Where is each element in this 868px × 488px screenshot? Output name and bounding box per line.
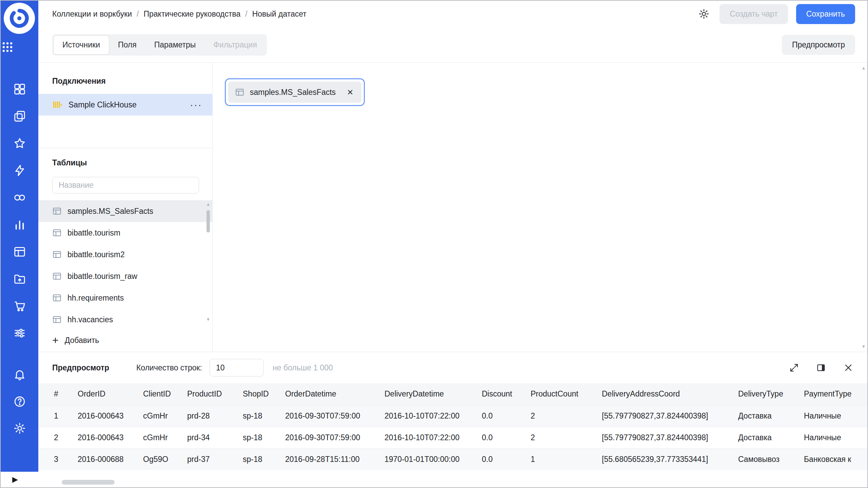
column-header: ClientID xyxy=(143,383,187,405)
tables-list: samples.MS_SalesFactsbibattle.tourismbib… xyxy=(38,200,212,330)
table-search-input[interactable] xyxy=(52,177,199,194)
table-cell: prd-37 xyxy=(187,448,243,470)
tab-item[interactable]: Параметры xyxy=(145,35,205,55)
table-list-item[interactable]: hh.requirements xyxy=(38,287,212,309)
preview-actions xyxy=(788,362,854,374)
files-folder-icon[interactable] xyxy=(13,272,26,286)
row-count-hint: не больше 1 000 xyxy=(273,363,333,372)
table-list-item[interactable]: hh.vacancies xyxy=(38,309,212,330)
table-name: hh.vacancies xyxy=(67,315,113,324)
row-count-input[interactable] xyxy=(210,359,264,377)
top-actions: Создать чарт Сохранить xyxy=(696,4,855,24)
table-cell: 0.0 xyxy=(482,427,531,448)
chip-close-icon[interactable]: × xyxy=(347,87,353,97)
table-cell: cGmHr xyxy=(143,427,187,448)
left-nav: ▶ xyxy=(1,1,38,487)
plus-icon: + xyxy=(52,335,59,345)
column-header: PaymentType xyxy=(804,383,868,405)
nav-icons xyxy=(1,82,38,340)
divider xyxy=(38,148,212,148)
connections-bolt-icon[interactable] xyxy=(13,164,26,177)
column-header: OrderDatetime xyxy=(285,383,384,405)
table-name: bibattle.tourism_raw xyxy=(67,272,137,281)
favorites-star-icon[interactable] xyxy=(13,137,26,150)
table-list-item[interactable]: samples.MS_SalesFacts xyxy=(38,200,212,222)
table-cell: Og59O xyxy=(143,448,187,470)
table-name: samples.MS_SalesFacts xyxy=(67,207,153,216)
table-row: 12016-000643cGmHrprd-28sp-182016-09-30T0… xyxy=(38,405,868,427)
breadcrumb-item[interactable]: Практические руководства xyxy=(143,9,240,19)
table-cell: 2 xyxy=(531,427,602,448)
close-icon[interactable] xyxy=(842,362,854,374)
column-header: # xyxy=(38,383,78,405)
breadcrumb: Коллекции и воркбуки/Практические руково… xyxy=(52,9,307,19)
breadcrumb-item[interactable]: Новый датасет xyxy=(252,9,307,19)
datasets-table-icon[interactable] xyxy=(13,245,26,259)
preview-toggle-button[interactable]: Предпросмотр xyxy=(782,35,855,55)
tab-item[interactable]: Поля xyxy=(109,35,145,55)
table-cell: prd-28 xyxy=(187,405,243,427)
dashboards-icon[interactable] xyxy=(13,82,26,96)
table-cell: 1 xyxy=(531,448,602,470)
column-header: ShopID xyxy=(243,383,285,405)
services-circles-icon[interactable] xyxy=(13,191,26,204)
column-header: DeliveryDatetime xyxy=(384,383,482,405)
create-chart-button: Создать чарт xyxy=(719,4,788,24)
table-icon xyxy=(52,271,62,281)
expand-icon[interactable] xyxy=(788,362,800,374)
gear-icon[interactable] xyxy=(13,422,26,435)
table-row: 32016-000688Og59Oprd-37sp-182016-09-28T1… xyxy=(38,448,868,470)
scroll-up-icon[interactable]: ▲ xyxy=(206,201,211,207)
notifications-bell-icon[interactable] xyxy=(13,368,26,382)
table-cell: Наличные xyxy=(804,405,868,427)
horizontal-scrollbar[interactable] xyxy=(62,480,115,485)
scroll-down-icon[interactable]: ▼ xyxy=(862,344,866,350)
more-options-icon[interactable]: ··· xyxy=(190,101,202,108)
content: Подключения Sample ClickHouse ··· xyxy=(38,63,867,352)
tables-title: Таблицы xyxy=(52,158,87,167)
table-list-item[interactable]: bibattle.tourism2 xyxy=(38,244,212,265)
scroll-thumb[interactable] xyxy=(206,210,210,232)
dataset-canvas: samples.MS_SalesFacts × ▲ ▼ xyxy=(213,63,867,352)
scroll-down-icon[interactable]: ▼ xyxy=(206,317,211,323)
table-list-item[interactable]: bibattle.tourism xyxy=(38,222,212,244)
table-cell: 2016-10-10T07:22:00 xyxy=(384,427,482,448)
split-view-icon[interactable] xyxy=(815,362,827,374)
selected-table-chip[interactable]: samples.MS_SalesFacts × xyxy=(225,78,365,106)
table-cell: sp-18 xyxy=(243,405,285,427)
save-button[interactable]: Сохранить xyxy=(796,4,855,24)
settings-gear-icon[interactable] xyxy=(696,6,711,21)
table-list-item[interactable]: bibattle.tourism_raw xyxy=(38,265,212,287)
settings-sliders-icon[interactable] xyxy=(13,326,26,340)
add-table-button[interactable]: + Добавить xyxy=(52,330,99,350)
workbooks-icon[interactable] xyxy=(13,109,26,123)
table-icon xyxy=(52,315,62,324)
table-cell: [55.797790827,37.824400398] xyxy=(602,427,738,448)
chip-table-name: samples.MS_SalesFacts xyxy=(250,88,336,97)
scroll-up-icon[interactable]: ▲ xyxy=(862,65,866,71)
tables-list-scrollbar[interactable]: ▲ ▼ xyxy=(205,201,211,323)
scroll-track xyxy=(205,207,211,317)
table-icon xyxy=(52,293,62,303)
column-header: ProductCount xyxy=(531,383,602,405)
datalens-logo-icon[interactable] xyxy=(4,3,35,34)
sidebar-collapse-button[interactable]: ▶ xyxy=(1,472,38,487)
charts-icon[interactable] xyxy=(13,218,26,231)
connection-item[interactable]: Sample ClickHouse ··· xyxy=(38,94,212,116)
canvas-scrollbar[interactable]: ▲ ▼ xyxy=(861,65,867,350)
table-cell: 1 xyxy=(38,405,78,427)
table-name: bibattle.tourism2 xyxy=(67,250,125,259)
nav-bottom-icons xyxy=(1,368,38,435)
preview-table: #OrderIDClientIDProductIDShopIDOrderDate… xyxy=(38,383,868,470)
help-icon[interactable] xyxy=(13,395,26,408)
table-cell: 2016-09-30T07:59:00 xyxy=(285,427,384,448)
connections-panel: Подключения Sample ClickHouse ··· xyxy=(38,63,213,352)
marketplace-cart-icon[interactable] xyxy=(13,299,26,313)
column-header: DeliveryAddressCoord xyxy=(602,383,738,405)
table-row: 22016-000643cGmHrprd-34sp-182016-09-30T0… xyxy=(38,427,868,448)
breadcrumb-item[interactable]: Коллекции и воркбуки xyxy=(52,9,132,19)
table-cell: prd-34 xyxy=(187,427,243,448)
tab-item[interactable]: Источники xyxy=(53,35,109,55)
preview-header: Предпросмотр Количество строк: не больше… xyxy=(38,352,867,383)
apps-grid-icon[interactable] xyxy=(1,40,14,54)
